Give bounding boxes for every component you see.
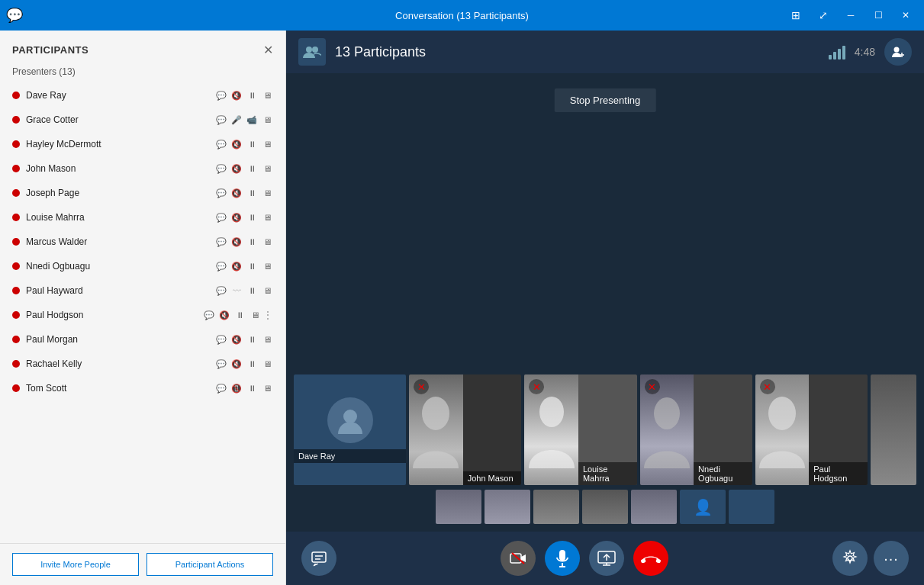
video-tile-dave-ray[interactable]: Dave Ray <box>294 374 406 485</box>
invite-people-button[interactable]: Invite More People <box>12 553 139 576</box>
toggle-mic-button[interactable] <box>545 541 580 576</box>
sidebar-close-btn[interactable]: ✕ <box>263 43 273 57</box>
screen-icon[interactable]: 🖥 <box>261 91 273 100</box>
call-area: 13 Participants 4:48 <box>286 31 924 585</box>
video-icon[interactable]: 📹 <box>246 115 258 125</box>
toggle-video-button[interactable] <box>501 541 536 576</box>
svg-point-8 <box>654 397 680 429</box>
pause-icon[interactable]: ⏸ <box>246 286 258 295</box>
chat-icon[interactable]: 💬 <box>215 164 227 174</box>
video-strip: Dave Ray ✕ John Mason <box>286 374 924 524</box>
chat-icon[interactable]: 💬 <box>215 286 227 296</box>
chat-icon[interactable]: 💬 <box>215 359 227 369</box>
chat-icon[interactable]: 💬 <box>215 384 227 394</box>
chat-button[interactable] <box>301 541 336 576</box>
more-options-icon[interactable]: ⋮ <box>262 309 273 321</box>
pause-icon[interactable]: ⏸ <box>246 140 258 149</box>
pause-icon[interactable]: ⏸ <box>246 213 258 222</box>
screen-icon[interactable]: 🖥 <box>261 115 273 124</box>
mic-icon[interactable]: 🔇 <box>230 164 243 174</box>
mic-icon[interactable]: 🔇 <box>230 140 243 149</box>
video-thumb[interactable] <box>729 490 774 524</box>
svg-rect-10 <box>312 552 326 562</box>
chat-icon[interactable]: 💬 <box>215 91 227 101</box>
settings-button[interactable] <box>832 541 868 576</box>
pause-icon[interactable]: ⏸ <box>246 188 258 198</box>
share-screen-button[interactable] <box>589 541 624 576</box>
chat-icon[interactable]: 💬 <box>215 140 227 149</box>
participant-controls: 💬 🔇 ⏸ 🖥 <box>215 91 273 101</box>
snap-layouts-btn[interactable]: ⊞ <box>784 4 808 27</box>
pause-icon[interactable]: ⏸ <box>246 237 258 246</box>
list-item: John Mason 💬 🔇 ⏸ 🖥 <box>6 156 279 181</box>
chat-icon[interactable]: 💬 <box>215 335 227 345</box>
video-thumb[interactable] <box>533 490 579 524</box>
video-thumb[interactable] <box>631 490 677 524</box>
mic-icon[interactable]: 🔇 <box>230 335 243 345</box>
more-options-button[interactable]: ··· <box>874 541 909 576</box>
chat-icon[interactable]: 💬 <box>215 115 227 125</box>
video-tile-louise-mahrra[interactable]: ✕ Louise Mahrra <box>524 374 636 485</box>
stop-presenting-button[interactable]: Stop Presenting <box>555 88 656 112</box>
screen-icon[interactable]: 🖥 <box>261 237 273 246</box>
participant-actions-button[interactable]: Participant Actions <box>146 553 273 576</box>
participant-controls: 💬 🔇 ⏸ 🖥 <box>215 164 273 174</box>
mic-icon[interactable]: 🔇 <box>230 188 243 198</box>
pause-icon[interactable]: ⏸ <box>246 164 258 173</box>
participant-controls: 💬 🔇 ⏸ 🖥 <box>215 213 273 223</box>
add-participant-button[interactable] <box>884 38 912 66</box>
video-tile-nnedi-ogbuagu[interactable]: ✕ Nnedi Ogbuagu <box>640 374 752 485</box>
mic-icon[interactable]: 🔇 <box>230 213 243 223</box>
screen-icon[interactable]: 🖥 <box>261 140 273 149</box>
mic-icon[interactable]: 〰 <box>230 286 243 295</box>
video-tile-extra[interactable] <box>871 374 916 485</box>
pause-icon[interactable]: ⏸ <box>233 310 246 320</box>
maximize-snap-btn[interactable]: ⤢ <box>811 4 835 27</box>
mic-icon[interactable]: 🔇 <box>230 262 243 272</box>
screen-icon[interactable]: 🖥 <box>261 286 273 295</box>
video-tile-paul-hodgson[interactable]: ✕ Paul Hodgson <box>755 374 868 485</box>
chat-icon[interactable]: 💬 <box>215 237 227 247</box>
chat-icon[interactable]: 💬 <box>215 188 227 198</box>
video-thumb[interactable] <box>485 490 530 524</box>
mute-indicator: ✕ <box>645 379 660 394</box>
screen-icon[interactable]: 🖥 <box>261 262 273 271</box>
pause-icon[interactable]: ⏸ <box>246 359 258 368</box>
screen-icon[interactable]: 🖥 <box>261 213 273 222</box>
pause-icon[interactable]: ⏸ <box>246 262 258 271</box>
svg-point-1 <box>312 47 318 53</box>
participant-controls: 💬 🔇 ⏸ 🖥 <box>215 140 273 149</box>
video-thumb[interactable]: 👤 <box>680 490 726 524</box>
mic-icon[interactable]: 📵 <box>230 384 243 394</box>
chat-icon[interactable]: 💬 <box>215 262 227 272</box>
list-item: Louise Mahrra 💬 🔇 ⏸ 🖥 <box>6 205 279 230</box>
end-call-button[interactable] <box>633 541 668 576</box>
mic-icon[interactable]: 🎤 <box>230 115 243 125</box>
mic-icon[interactable]: 🔇 <box>230 237 243 247</box>
close-btn[interactable]: ✕ <box>893 4 918 27</box>
screen-icon[interactable]: 🖥 <box>261 359 273 368</box>
video-tile-john-mason[interactable]: ✕ John Mason <box>409 374 521 485</box>
list-item: Hayley McDermott 💬 🔇 ⏸ 🖥 <box>6 132 279 156</box>
svg-point-0 <box>306 47 312 53</box>
screen-icon[interactable]: 🖥 <box>261 188 273 198</box>
video-thumb[interactable] <box>436 490 481 524</box>
screen-icon[interactable]: 🖥 <box>249 310 261 320</box>
chat-icon[interactable]: 💬 <box>215 213 227 223</box>
mic-icon[interactable]: 🔇 <box>230 359 243 369</box>
mic-icon[interactable]: 🔇 <box>230 91 243 101</box>
call-header-right: 4:48 <box>829 38 912 66</box>
screen-icon[interactable]: 🖥 <box>261 164 273 173</box>
pause-icon[interactable]: ⏸ <box>246 91 258 100</box>
video-thumb[interactable] <box>582 490 628 524</box>
screen-icon[interactable]: 🖥 <box>261 335 273 344</box>
status-dot <box>12 262 20 270</box>
minimize-btn[interactable]: ─ <box>839 4 863 27</box>
mic-icon[interactable]: 🔇 <box>218 310 230 320</box>
screen-icon[interactable]: 🖥 <box>261 384 273 393</box>
pause-icon[interactable]: ⏸ <box>246 335 258 344</box>
pause-icon[interactable]: ⏸ <box>246 384 258 393</box>
restore-btn[interactable]: ☐ <box>866 4 890 27</box>
chat-icon[interactable]: 💬 <box>203 310 215 320</box>
participant-name: Paul Morgan <box>26 334 215 345</box>
